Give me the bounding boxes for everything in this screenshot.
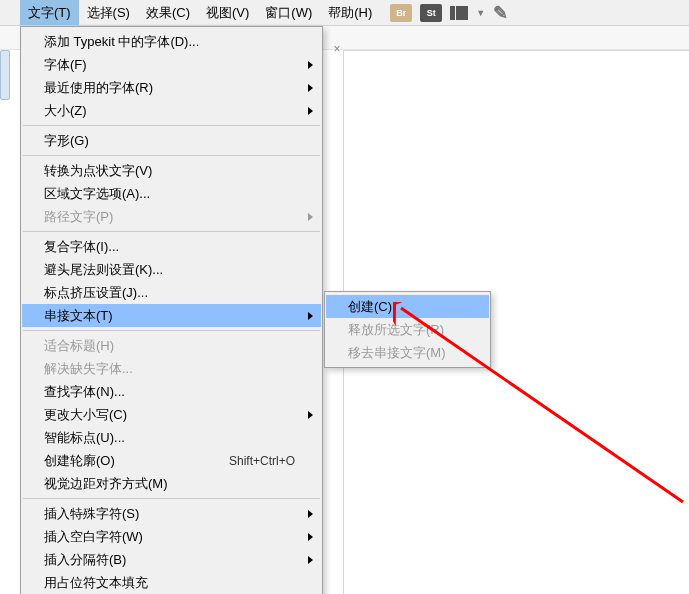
chevron-down-icon[interactable]: ▼ — [476, 8, 485, 18]
menu-item-optical-margin[interactable]: 视觉边距对齐方式(M) — [22, 472, 321, 495]
menu-item-size[interactable]: 大小(Z) — [22, 99, 321, 122]
label: 添加 Typekit 中的字体(D)... — [44, 33, 295, 51]
chevron-right-icon — [308, 61, 313, 69]
menu-item-insert-break[interactable]: 插入分隔符(B) — [22, 548, 321, 571]
chevron-right-icon — [308, 84, 313, 92]
chevron-right-icon — [308, 312, 313, 320]
label: 智能标点(U)... — [44, 429, 295, 447]
label: 复合字体(I)... — [44, 238, 295, 256]
chevron-right-icon — [308, 107, 313, 115]
menu-item-font[interactable]: 字体(F) — [22, 53, 321, 76]
tool-panel-fragment — [0, 50, 10, 100]
menu-item-create-outlines[interactable]: 创建轮廓(O)Shift+Ctrl+O — [22, 449, 321, 472]
label: 避头尾法则设置(K)... — [44, 261, 295, 279]
label: 解决缺失字体... — [44, 360, 295, 378]
shortcut: Shift+Ctrl+O — [229, 454, 295, 468]
menu-item-add-typekit[interactable]: 添加 Typekit 中的字体(D)... — [22, 30, 321, 53]
chevron-right-icon — [308, 213, 313, 221]
menu-separator — [23, 498, 320, 499]
menu-item-smart-punct[interactable]: 智能标点(U)... — [22, 426, 321, 449]
menu-item-glyphs[interactable]: 字形(G) — [22, 129, 321, 152]
menu-type-label: 文字(T) — [28, 4, 71, 22]
label: 转换为点状文字(V) — [44, 162, 295, 180]
menu-help-label: 帮助(H) — [328, 4, 372, 22]
menu-separator — [23, 155, 320, 156]
search-icon[interactable]: ✎ — [493, 2, 508, 24]
workspace-icon[interactable] — [450, 6, 468, 20]
label: 插入分隔符(B) — [44, 551, 295, 569]
chevron-right-icon — [308, 510, 313, 518]
menu-effect[interactable]: 效果(C) — [138, 0, 198, 25]
close-icon: × — [333, 42, 340, 56]
chevron-right-icon — [308, 411, 313, 419]
menu-help[interactable]: 帮助(H) — [320, 0, 380, 25]
toolbar-icons: Br St ▼ ✎ — [390, 0, 508, 25]
menu-item-insert-whitespace[interactable]: 插入空白字符(W) — [22, 525, 321, 548]
menu-item-insert-special[interactable]: 插入特殊字符(S) — [22, 502, 321, 525]
menu-bar: 文字(T) 选择(S) 效果(C) 视图(V) 窗口(W) 帮助(H) Br S… — [0, 0, 689, 26]
label: 创建(C) — [348, 298, 463, 316]
menu-item-convert-point-text[interactable]: 转换为点状文字(V) — [22, 159, 321, 182]
label: 字形(G) — [44, 132, 295, 150]
menu-item-recent-fonts[interactable]: 最近使用的字体(R) — [22, 76, 321, 99]
stock-icon[interactable]: St — [420, 4, 442, 22]
menu-effect-label: 效果(C) — [146, 4, 190, 22]
bridge-icon[interactable]: Br — [390, 4, 412, 22]
label: 创建轮廓(O) — [44, 452, 219, 470]
chevron-right-icon — [308, 556, 313, 564]
menu-item-resolve-missing: 解决缺失字体... — [22, 357, 321, 380]
thread-text-submenu: 创建(C) 释放所选文字(R) 移去串接文字(M) — [324, 291, 491, 368]
menu-item-fill-placeholder[interactable]: 用占位符文本填充 — [22, 571, 321, 594]
menu-item-path-text: 路径文字(P) — [22, 205, 321, 228]
menu-item-avoid-rules[interactable]: 避头尾法则设置(K)... — [22, 258, 321, 281]
label: 插入空白字符(W) — [44, 528, 295, 546]
label: 标点挤压设置(J)... — [44, 284, 295, 302]
menu-item-mojikumi[interactable]: 标点挤压设置(J)... — [22, 281, 321, 304]
menu-select-label: 选择(S) — [87, 4, 130, 22]
menu-item-change-case[interactable]: 更改大小写(C) — [22, 403, 321, 426]
label: 视觉边距对齐方式(M) — [44, 475, 295, 493]
label: 查找字体(N)... — [44, 383, 295, 401]
label: 适合标题(H) — [44, 337, 295, 355]
submenu-item-create[interactable]: 创建(C) — [326, 295, 489, 318]
label: 释放所选文字(R) — [348, 321, 463, 339]
menu-item-find-font[interactable]: 查找字体(N)... — [22, 380, 321, 403]
menu-window-label: 窗口(W) — [265, 4, 312, 22]
chevron-right-icon — [308, 533, 313, 541]
label: 区域文字选项(A)... — [44, 185, 295, 203]
type-menu-dropdown: 添加 Typekit 中的字体(D)... 字体(F) 最近使用的字体(R) 大… — [20, 26, 323, 594]
menu-item-area-text-options[interactable]: 区域文字选项(A)... — [22, 182, 321, 205]
menu-item-thread-text[interactable]: 串接文本(T) — [22, 304, 321, 327]
label: 更改大小写(C) — [44, 406, 295, 424]
label: 路径文字(P) — [44, 208, 295, 226]
menu-item-compound-fonts[interactable]: 复合字体(I)... — [22, 235, 321, 258]
label: 大小(Z) — [44, 102, 295, 120]
label: 移去串接文字(M) — [348, 344, 463, 362]
menu-separator — [23, 231, 320, 232]
label: 最近使用的字体(R) — [44, 79, 295, 97]
menu-view-label: 视图(V) — [206, 4, 249, 22]
submenu-item-release: 释放所选文字(R) — [326, 318, 489, 341]
menu-select[interactable]: 选择(S) — [79, 0, 138, 25]
menu-item-fit-headline: 适合标题(H) — [22, 334, 321, 357]
menu-type[interactable]: 文字(T) — [20, 0, 79, 25]
menu-view[interactable]: 视图(V) — [198, 0, 257, 25]
label: 串接文本(T) — [44, 307, 295, 325]
menu-separator — [23, 125, 320, 126]
label: 插入特殊字符(S) — [44, 505, 295, 523]
menu-separator — [23, 330, 320, 331]
label: 字体(F) — [44, 56, 295, 74]
menu-window[interactable]: 窗口(W) — [257, 0, 320, 25]
label: 用占位符文本填充 — [44, 574, 295, 592]
submenu-item-remove: 移去串接文字(M) — [326, 341, 489, 364]
